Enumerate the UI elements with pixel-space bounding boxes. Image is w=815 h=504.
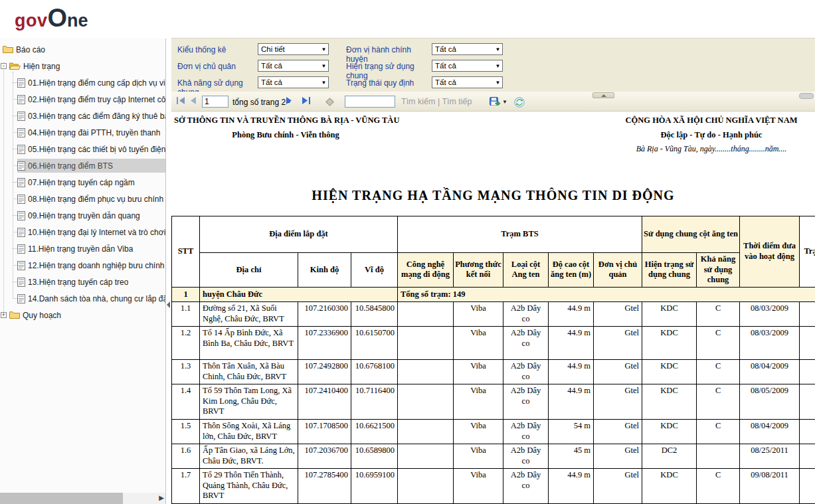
- table-cell: 1.5: [172, 419, 200, 444]
- filter-collapse-button[interactable]: [592, 92, 614, 98]
- find-links: Tìm kiếm | Tìm tiếp: [401, 97, 472, 106]
- page-number-input[interactable]: [202, 96, 228, 108]
- sidebar-item-report-08[interactable]: 08.Hiện trạng điểm phục vụ bưu chính: [0, 191, 165, 207]
- last-page-button[interactable]: [302, 97, 311, 104]
- shared-use-ability-select[interactable]: Tất cả▼: [258, 76, 329, 88]
- sidebar-item-bao-cao[interactable]: Báo cáo: [0, 41, 165, 58]
- first-page-button[interactable]: [176, 97, 185, 104]
- national-motto-line2: Độc lập - Tự do - Hạnh phúc: [602, 130, 815, 140]
- table-cell: DC2: [642, 444, 697, 468]
- table-cell: Gtel: [594, 359, 642, 384]
- panel-splitter[interactable]: [167, 39, 171, 504]
- tree-expander-icon[interactable]: +: [1, 312, 7, 318]
- app-root: govOne Báo cáo-Hiện trạng01.Hiện trạng đ…: [0, 0, 815, 504]
- column-header: Khả năng sử dụng chung: [697, 253, 740, 288]
- table-cell: Gtel: [594, 468, 642, 503]
- sidebar-item-label: 01.Hiện trạng điểm cung cấp dịch vụ viễn…: [28, 78, 165, 88]
- column-header: Đơn vị chủ quản: [594, 253, 642, 288]
- sidebar-item-report-03[interactable]: 03.Hiện trạng các điểm đăng ký thuê bao …: [0, 108, 165, 124]
- export-dropdown-caret-icon[interactable]: ▼: [502, 99, 507, 105]
- sidebar-item-report-12[interactable]: 12.Hiện trạng doanh nghiệp bưu chính: [0, 257, 165, 274]
- regulation-status-value: Tất cả: [432, 78, 494, 86]
- collapse-sidebar-icon[interactable]: [167, 301, 170, 308]
- previous-page-button[interactable]: [190, 97, 197, 104]
- sidebar-horizontal-scrollbar[interactable]: ▶: [0, 493, 166, 504]
- national-header-block: CỘNG HÒA XÃ HỘI CHỦ NGHĨA VIỆT NAM Độc l…: [602, 116, 815, 154]
- report-document-icon: [17, 244, 25, 254]
- regulation-status-label: Trạng thái quy định: [346, 78, 431, 88]
- export-button[interactable]: ▼: [490, 97, 507, 107]
- column-header: Địa chỉ: [200, 253, 298, 288]
- sidebar-item-label: Hiện trạng: [23, 62, 60, 71]
- find-separator: |: [438, 97, 440, 106]
- sidebar-item-report-07[interactable]: 07.Hiện trạng tuyến cáp ngầm: [0, 174, 165, 191]
- regulation-status-select[interactable]: Tất cả▼: [432, 76, 503, 88]
- table-cell: 107.2036700: [298, 444, 351, 468]
- find-button[interactable]: Tìm kiếm: [401, 97, 435, 106]
- scrollbar-thumb[interactable]: [0, 493, 123, 504]
- sidebar-item-report-01[interactable]: 01.Hiện trạng điểm cung cấp dịch vụ viễn…: [0, 74, 165, 91]
- sidebar-item-quy-hoach[interactable]: +Quy hoạch: [0, 307, 165, 323]
- group-name: huyện Châu Đức: [200, 287, 398, 301]
- table-cell: 08/03/2009: [740, 326, 800, 359]
- refresh-button[interactable]: [514, 97, 525, 108]
- table-cell: 44.9 m: [549, 326, 594, 359]
- district-select[interactable]: Tất cả▼: [432, 43, 503, 55]
- table-row: 1.2Tổ 14 Ấp Bình Đức, Xã Bình Ba, Châu Đ…: [172, 326, 815, 359]
- table-cell: 107.2785400: [298, 468, 351, 503]
- next-page-button[interactable]: [286, 97, 292, 104]
- table-cell: C: [697, 419, 740, 444]
- table-cell: A2b Dây co: [503, 359, 549, 384]
- sidebar-item-report-11[interactable]: 11.Hiện trạng truyền dẫn Viba: [0, 240, 165, 257]
- sidebar-item-label: Báo cáo: [16, 45, 45, 54]
- table-cell: Đường số 21, Xã Suối Nghệ, Châu Đức, BRV…: [200, 301, 298, 326]
- find-next-button[interactable]: Tìm tiếp: [442, 97, 472, 106]
- tree-expander-icon[interactable]: -: [1, 63, 7, 69]
- statistic-type-select[interactable]: Chi tiết▼: [258, 43, 329, 55]
- table-cell: 10.6150700: [351, 326, 398, 359]
- column-header: Độ cao cột ăng ten (m): [549, 253, 594, 288]
- report-document-icon: [17, 145, 25, 154]
- table-cell: Thôn Sông Xoài, Xã Láng lớn, Châu Đức, B…: [200, 419, 298, 444]
- column-header: Phương thức kết nối: [454, 253, 503, 288]
- header-row-columns: Địa chỉKinh độVĩ độCông nghệ mạng di độn…: [172, 253, 815, 288]
- sidebar-item-label: 08.Hiện trạng điểm phục vụ bưu chính: [28, 195, 163, 204]
- table-cell: Viba: [454, 468, 503, 503]
- table-cell: A2b Dây co: [503, 384, 549, 419]
- dropdown-arrow-icon: ▼: [494, 46, 502, 52]
- sidebar-item-report-06[interactable]: 06.Hiện trạng điểm BTS: [0, 157, 165, 174]
- sidebar-item-report-09[interactable]: 09.Hiện trạng truyền dẫn quang: [0, 207, 165, 224]
- table-cell: A2b Dây co: [503, 444, 549, 468]
- owner-unit-select[interactable]: Tất cả▼: [258, 60, 329, 72]
- sidebar-item-label: 13.Hiện trạng tuyến cáp treo: [28, 278, 128, 287]
- report-table: STTĐịa điểm lắp đặtTrạm BTSSử dụng chung…: [171, 216, 815, 504]
- sidebar-item-report-04[interactable]: 04.Hiện trạng đài PTTH, truyền thanh: [0, 124, 165, 141]
- owner-unit-value: Tất cả: [258, 62, 319, 70]
- table-cell: [800, 419, 815, 444]
- table-cell: C: [697, 468, 740, 503]
- table-cell: Gtel: [594, 419, 642, 444]
- sidebar-item-report-05[interactable]: 05.Hiện trạng các thiết bị vô tuyến điện: [0, 141, 165, 157]
- sidebar-item-report-14[interactable]: 14.Danh sách tòa nhà, chung cư lắp đặt s…: [0, 290, 165, 307]
- dropdown-arrow-icon: ▼: [494, 63, 502, 69]
- group-total: Tổng số trạm: 149: [398, 287, 815, 301]
- table-cell: Gtel: [594, 384, 642, 419]
- dropdown-arrow-icon: ▼: [319, 80, 328, 86]
- table-cell: [800, 359, 815, 384]
- sidebar-item-report-02[interactable]: 02.Hiện trạng điểm truy cập Internet côn…: [0, 91, 165, 108]
- search-input[interactable]: [345, 96, 395, 108]
- table-cell: Tổ 29 Thôn Tiến Thành, Quảng Thành, Châu…: [200, 468, 298, 503]
- scrollbar-thumb[interactable]: [799, 93, 814, 99]
- column-header: Công nghệ mạng di động: [398, 253, 454, 288]
- sidebar-item-report-10[interactable]: 10.Hiện trạng đại lý Internet và trò chơ…: [0, 224, 165, 240]
- shared-use-status-select[interactable]: Tất cả▼: [432, 60, 503, 72]
- table-cell: 1.7: [172, 468, 200, 503]
- report-document-icon: [17, 278, 25, 287]
- scroll-right-arrow-icon[interactable]: ▶: [159, 494, 164, 501]
- sidebar-item-report-13[interactable]: 13.Hiện trạng tuyến cáp treo: [0, 274, 165, 290]
- table-cell: [800, 384, 815, 419]
- sidebar-item-hien-trang[interactable]: -Hiện trạng: [0, 58, 165, 74]
- sidebar: Báo cáo-Hiện trạng01.Hiện trạng điểm cun…: [0, 39, 166, 504]
- table-cell: 10.5845800: [351, 301, 398, 326]
- shared-use-ability-value: Tất cả: [258, 78, 319, 86]
